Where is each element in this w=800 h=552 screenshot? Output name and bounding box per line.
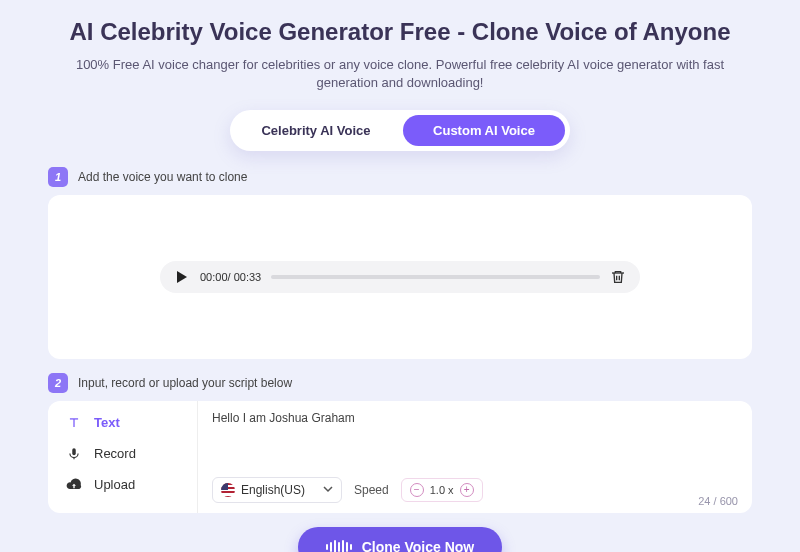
step2-label: Input, record or upload your script belo… <box>78 376 292 390</box>
page-title: AI Celebrity Voice Generator Free - Clon… <box>48 18 752 46</box>
input-mode-upload[interactable]: Upload <box>48 469 197 500</box>
language-select[interactable]: English(US) <box>212 477 342 503</box>
char-counter: 24 / 600 <box>698 495 738 507</box>
input-mode-label: Text <box>94 415 120 430</box>
cloud-upload-icon <box>66 478 82 492</box>
step2-header: 2 Input, record or upload your script be… <box>48 373 752 393</box>
mode-celebrity[interactable]: Celebrity AI Voice <box>235 115 397 146</box>
mode-toggle: Celebrity AI Voice Custom AI Voice <box>230 110 570 151</box>
text-icon <box>66 416 82 430</box>
speed-increase-button[interactable]: + <box>460 483 474 497</box>
page-subtitle: 100% Free AI voice changer for celebriti… <box>48 56 752 92</box>
script-panel: Text Record Upload Hello I am Joshua Gra… <box>48 401 752 513</box>
input-mode-record[interactable]: Record <box>48 438 197 469</box>
us-flag-icon <box>221 483 235 497</box>
input-mode-label: Record <box>94 446 136 461</box>
soundwave-icon <box>326 540 352 552</box>
player-track[interactable] <box>271 275 600 279</box>
microphone-icon <box>66 447 82 461</box>
player-time: 00:00/ 00:33 <box>200 271 261 283</box>
input-mode-text[interactable]: Text <box>48 407 197 438</box>
svg-marker-0 <box>177 271 187 283</box>
speed-stepper: − 1.0 x + <box>401 478 483 502</box>
speed-value: 1.0 x <box>430 484 454 496</box>
script-controls: English(US) Speed − 1.0 x + <box>212 477 738 503</box>
play-icon[interactable] <box>174 269 190 285</box>
cta-label: Clone Voice Now <box>362 539 475 552</box>
svg-rect-1 <box>72 448 76 455</box>
step1-label: Add the voice you want to clone <box>78 170 247 184</box>
delete-audio-button[interactable] <box>610 269 626 285</box>
input-mode-list: Text Record Upload <box>48 401 198 513</box>
speed-label: Speed <box>354 483 389 497</box>
chevron-down-icon <box>323 483 333 497</box>
speed-decrease-button[interactable]: − <box>410 483 424 497</box>
language-label: English(US) <box>241 483 305 497</box>
voice-upload-card: 00:00/ 00:33 <box>48 195 752 359</box>
script-textarea[interactable]: Hello I am Joshua Graham <box>212 411 738 477</box>
input-mode-label: Upload <box>94 477 135 492</box>
audio-player[interactable]: 00:00/ 00:33 <box>160 261 640 293</box>
step1-badge: 1 <box>48 167 68 187</box>
step2-badge: 2 <box>48 373 68 393</box>
step1-header: 1 Add the voice you want to clone <box>48 167 752 187</box>
mode-custom[interactable]: Custom AI Voice <box>403 115 565 146</box>
clone-voice-button[interactable]: Clone Voice Now <box>298 527 503 552</box>
